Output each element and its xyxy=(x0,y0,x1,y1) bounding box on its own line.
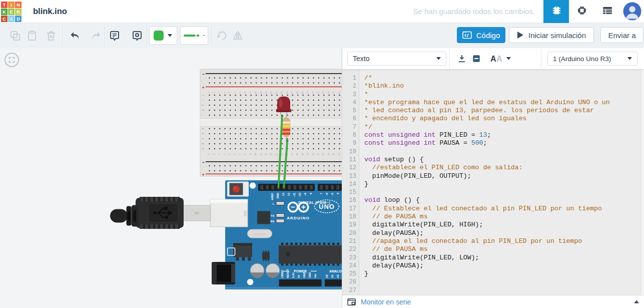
tinkercad-logo[interactable]: TINKERCAD xyxy=(1,2,22,22)
svg-text:g: g xyxy=(202,109,204,111)
arduino-uno-board[interactable]: AREFGND1312~11~10~98 7~6~54~3 DIGITAL (P… xyxy=(212,180,342,289)
power-section-label: POWER xyxy=(294,269,307,273)
svg-text:13: 13 xyxy=(270,91,272,94)
arduino-brand-label: ARDUINO xyxy=(287,216,310,220)
code-window-icon xyxy=(462,31,472,39)
logo-tile: D xyxy=(15,16,22,22)
svg-text:22: 22 xyxy=(317,153,319,155)
svg-text:18: 18 xyxy=(296,153,298,155)
note-bubble-icon xyxy=(109,30,121,42)
redo-button[interactable] xyxy=(87,27,104,44)
start-simulation-button[interactable]: Iniciar simulación xyxy=(509,27,594,43)
rail-plus-label: + xyxy=(202,172,205,177)
reset-button[interactable] xyxy=(227,182,249,197)
svg-text:14: 14 xyxy=(275,153,278,155)
svg-text:21: 21 xyxy=(312,91,314,94)
circuit-canvas[interactable]: − + − + 12345678910111213141516171819202… xyxy=(0,48,342,308)
paste-button[interactable] xyxy=(24,27,41,44)
project-title[interactable]: blink.ino xyxy=(33,7,67,16)
svg-text:~5: ~5 xyxy=(331,193,334,196)
edit-mode-value: Texto xyxy=(353,55,369,63)
svg-text:h: h xyxy=(202,104,204,106)
svg-text:16: 16 xyxy=(286,91,288,94)
svg-text:23: 23 xyxy=(322,91,324,94)
breadboard[interactable]: − + − + 12345678910111213141516171819202… xyxy=(200,69,342,177)
chevron-down-icon xyxy=(203,34,205,37)
svg-text:19: 19 xyxy=(301,153,304,155)
svg-text:5V: 5V xyxy=(297,274,300,278)
code-editor[interactable]: 1234567891011121314151617181920212223242… xyxy=(342,69,644,295)
component-color-dropdown[interactable] xyxy=(149,27,177,45)
svg-text:i: i xyxy=(202,100,204,100)
svg-text:10: 10 xyxy=(254,153,257,155)
download-icon xyxy=(457,54,467,64)
atmega-chip xyxy=(279,243,342,266)
svg-text:GND: GND xyxy=(276,193,279,199)
copy-button[interactable] xyxy=(7,27,24,44)
small-chip xyxy=(262,252,270,260)
header-right: Se han guardado todos los cambios. xyxy=(413,0,644,23)
font-size-button[interactable]: AA xyxy=(488,52,512,66)
code-panel-button[interactable]: Código xyxy=(457,27,505,43)
logo-tile: I xyxy=(8,2,15,8)
components-view-button[interactable] xyxy=(543,0,569,23)
send-to-button[interactable]: Enviar a xyxy=(600,27,643,43)
svg-text:24: 24 xyxy=(327,153,330,155)
logo-tile: R xyxy=(15,9,22,15)
usb-cable[interactable] xyxy=(110,197,248,229)
chevron-up-icon[interactable] xyxy=(634,300,639,303)
svg-text:Vin: Vin xyxy=(314,274,317,278)
fit-corners-icon xyxy=(8,56,16,64)
notes-button[interactable] xyxy=(106,27,123,44)
user-avatar[interactable] xyxy=(623,2,641,21)
usb-chip xyxy=(257,211,270,224)
uno-model-label: UNO xyxy=(319,203,335,210)
delete-button[interactable] xyxy=(43,27,60,44)
label-bubble-icon xyxy=(131,30,143,42)
power-jack xyxy=(212,262,235,284)
svg-text:26: 26 xyxy=(338,91,340,94)
wire-style-dropdown[interactable] xyxy=(180,27,208,45)
edit-mode-select[interactable]: Texto xyxy=(347,52,446,66)
svg-text:A0: A0 xyxy=(325,274,328,278)
svg-text:17: 17 xyxy=(291,153,293,155)
code-scrollbar[interactable] xyxy=(640,69,644,295)
svg-text:7: 7 xyxy=(320,193,323,194)
undo-button[interactable] xyxy=(67,27,84,44)
circuit-view-button[interactable] xyxy=(569,0,594,23)
svg-text:AREF: AREF xyxy=(271,192,274,200)
board-select[interactable]: 1 (Arduino Uno R3) xyxy=(547,52,637,66)
serial-monitor-label: Monitor en serie xyxy=(361,298,411,306)
rotate-button[interactable] xyxy=(213,27,230,44)
svg-text:a: a xyxy=(202,148,204,149)
led-tx-label: TX xyxy=(271,214,274,217)
code-panel: Texto AA 1 (Arduino Uno R3) 123456789101… xyxy=(342,48,644,308)
code-text[interactable]: /**blink.ino**este programa hace que el … xyxy=(359,69,644,295)
zoom-to-fit-button[interactable] xyxy=(5,53,19,67)
paste-icon xyxy=(26,30,38,42)
libraries-button[interactable] xyxy=(469,52,484,66)
download-code-button[interactable] xyxy=(454,52,469,66)
serial-monitor-bar[interactable]: Monitor en serie xyxy=(342,295,644,308)
svg-text:RESET: RESET xyxy=(286,269,289,278)
rotate-icon xyxy=(216,30,228,42)
list-view-button[interactable] xyxy=(594,0,620,23)
label-visibility-button[interactable] xyxy=(129,27,146,44)
svg-text:15: 15 xyxy=(280,91,283,94)
svg-text:IOREF: IOREF xyxy=(281,269,284,278)
copy-icon xyxy=(9,30,21,42)
mirror-button[interactable] xyxy=(229,27,246,44)
app-header: TINKERCAD blink.ino Se han guardado todo… xyxy=(0,0,644,23)
flip-icon xyxy=(232,30,244,42)
svg-text:d: d xyxy=(202,133,204,134)
font-size-icon: AA xyxy=(490,54,504,64)
panel-divider xyxy=(449,48,450,69)
toolbar-divider xyxy=(147,25,147,47)
logo-tile: E xyxy=(8,9,15,15)
svg-text:~11: ~11 xyxy=(293,193,296,197)
chevron-down-icon xyxy=(436,57,441,60)
logo-tile: C xyxy=(1,16,8,22)
svg-text:A1: A1 xyxy=(331,274,334,278)
serial-monitor-icon xyxy=(347,298,356,306)
svg-text:~6: ~6 xyxy=(325,193,328,196)
